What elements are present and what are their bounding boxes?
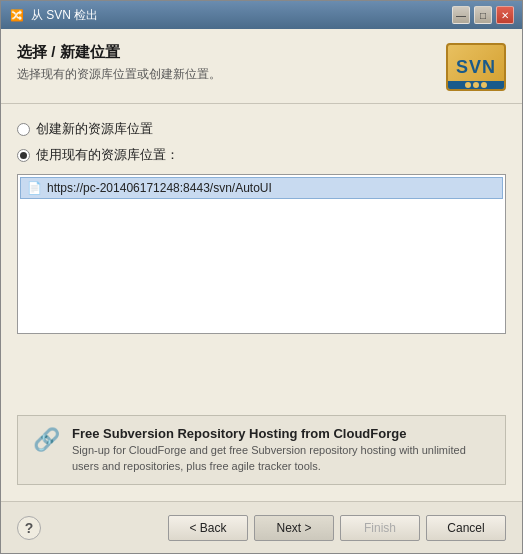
cloudforge-title: Free Subversion Repository Hosting from … xyxy=(72,426,493,441)
url-file-icon: 📄 xyxy=(27,181,41,195)
cloudforge-description: Sign-up for CloudForge and get free Subv… xyxy=(72,443,493,474)
svn-dot-1 xyxy=(465,82,471,88)
help-button[interactable]: ? xyxy=(17,516,41,540)
radio-use-existing[interactable]: 使用现有的资源库位置： xyxy=(17,146,506,164)
cloudforge-icon: 🔗 xyxy=(30,428,62,452)
header-section: 选择 / 新建位置 选择现有的资源库位置或创建新位置。 SVN xyxy=(1,29,522,104)
titlebar-icon: 🔀 xyxy=(9,7,25,23)
cloudforge-text: Free Subversion Repository Hosting from … xyxy=(72,426,493,474)
main-window: 🔀 从 SVN 检出 — □ ✕ 选择 / 新建位置 选择现有的资源库位置或创建… xyxy=(0,0,523,554)
page-subtitle: 选择现有的资源库位置或创建新位置。 xyxy=(17,66,446,83)
svn-logo-text: SVN xyxy=(456,58,496,76)
radio-use-circle[interactable] xyxy=(17,149,30,162)
titlebar: 🔀 从 SVN 检出 — □ ✕ xyxy=(1,1,522,29)
close-button[interactable]: ✕ xyxy=(496,6,514,24)
back-button[interactable]: < Back xyxy=(168,515,248,541)
url-list-item[interactable]: 📄 https://pc-201406171248:8443/svn/AutoU… xyxy=(20,177,503,199)
main-body: 创建新的资源库位置 使用现有的资源库位置： 📄 https://pc-20140… xyxy=(1,104,522,501)
titlebar-title: 从 SVN 检出 xyxy=(31,7,452,24)
finish-button: Finish xyxy=(340,515,420,541)
svn-logo-stripe xyxy=(448,81,504,89)
url-text: https://pc-201406171248:8443/svn/AutoUI xyxy=(47,181,272,195)
footer-buttons: < Back Next > Finish Cancel xyxy=(168,515,506,541)
svn-logo: SVN xyxy=(446,43,506,91)
svn-dot-2 xyxy=(473,82,479,88)
titlebar-buttons: — □ ✕ xyxy=(452,6,514,24)
cancel-button[interactable]: Cancel xyxy=(426,515,506,541)
radio-create-label: 创建新的资源库位置 xyxy=(36,120,153,138)
footer: ? < Back Next > Finish Cancel xyxy=(1,501,522,553)
url-listbox[interactable]: 📄 https://pc-201406171248:8443/svn/AutoU… xyxy=(17,174,506,334)
svn-dot-3 xyxy=(481,82,487,88)
cloudforge-ad: 🔗 Free Subversion Repository Hosting fro… xyxy=(17,415,506,485)
minimize-button[interactable]: — xyxy=(452,6,470,24)
radio-use-label: 使用现有的资源库位置： xyxy=(36,146,179,164)
radio-create-circle[interactable] xyxy=(17,123,30,136)
page-title: 选择 / 新建位置 xyxy=(17,43,446,62)
radio-create-new[interactable]: 创建新的资源库位置 xyxy=(17,120,506,138)
content-area: 选择 / 新建位置 选择现有的资源库位置或创建新位置。 SVN 创建新的资源库位… xyxy=(1,29,522,553)
maximize-button[interactable]: □ xyxy=(474,6,492,24)
header-text: 选择 / 新建位置 选择现有的资源库位置或创建新位置。 xyxy=(17,43,446,83)
next-button[interactable]: Next > xyxy=(254,515,334,541)
radio-group: 创建新的资源库位置 使用现有的资源库位置： xyxy=(17,120,506,164)
